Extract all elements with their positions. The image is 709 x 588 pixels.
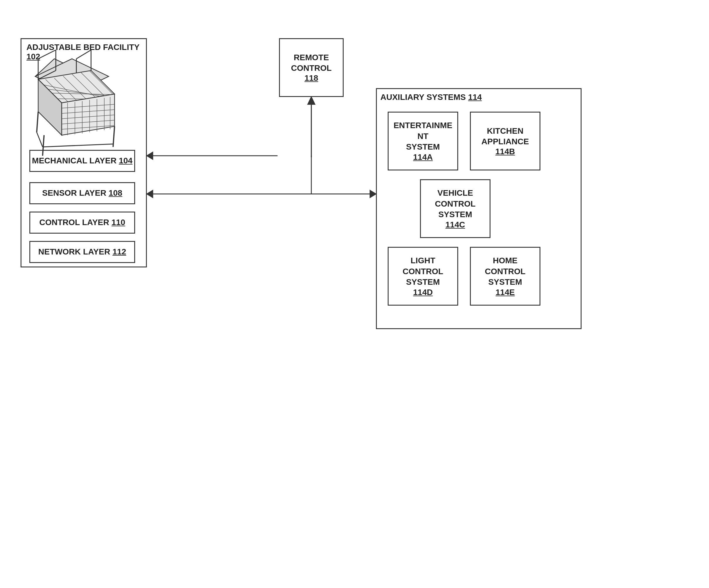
auxiliary-systems-label: AUXILIARY SYSTEMS 114	[380, 93, 482, 102]
control-layer-box: CONTROL LAYER 110	[29, 211, 135, 234]
entertainment-system-box: ENTERTAINMENTSYSTEM 114A	[388, 112, 458, 171]
svg-marker-46	[370, 190, 376, 198]
svg-marker-43	[308, 97, 315, 104]
vehicle-control-system-box: VEHICLECONTROLSYSTEM 114C	[420, 179, 491, 238]
sensor-layer-box: SENSOR LAYER 108	[29, 182, 135, 204]
network-layer-box: NETWORK LAYER 112	[29, 241, 135, 263]
remote-control-box: REMOTECONTROL 118	[279, 38, 344, 97]
adjustable-bed-label: ADJUSTABLE BED FACILITY 102	[26, 43, 139, 61]
light-control-system-box: LIGHTCONTROLSYSTEM 114D	[388, 247, 458, 306]
home-control-system-box: HOMECONTROLSYSTEM 114E	[470, 247, 541, 306]
kitchen-appliance-box: KITCHENAPPLIANCE 114B	[470, 112, 541, 171]
diagram-container: ADJUSTABLE BED FACILITY 102 MECHANICAL L…	[0, 0, 709, 588]
mechanical-layer-box: MECHANICAL LAYER 104	[29, 150, 135, 172]
svg-marker-41	[147, 152, 153, 159]
arrows	[147, 97, 376, 198]
svg-marker-45	[147, 190, 153, 198]
